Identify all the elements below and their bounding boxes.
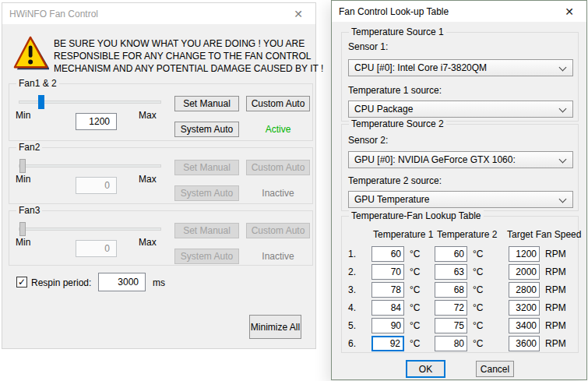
- custom-auto-button: Custom Auto: [246, 160, 310, 175]
- temp2-input[interactable]: [435, 246, 467, 262]
- temp2-source-label: Temperature 2 source:: [348, 175, 442, 186]
- column-header-fan-speed: Target Fan Speed: [507, 229, 581, 240]
- celsius-unit: °C: [473, 302, 483, 313]
- celsius-unit: °C: [410, 320, 420, 331]
- titlebar[interactable]: HWiNFO Fan Control ✕: [2, 3, 315, 24]
- system-auto-button[interactable]: System Auto: [174, 122, 239, 137]
- temp1-input[interactable]: [371, 264, 404, 280]
- temp2-input[interactable]: [435, 264, 467, 280]
- celsius-unit: °C: [473, 266, 483, 277]
- warning-text: BE SURE YOU KNOW WHAT YOU ARE DOING ! YO…: [54, 37, 326, 75]
- lookup-table-window: Fan Control Look-up Table ✕ Temperature …: [331, 0, 587, 380]
- rpm-unit: RPM: [545, 338, 566, 349]
- fan1-2-slider[interactable]: [19, 101, 161, 104]
- sensor2-value: GPU [#0]: NVIDIA GeForce GTX 1060:: [354, 154, 516, 165]
- max-label: Max: [139, 237, 157, 248]
- celsius-unit: °C: [410, 249, 420, 259]
- set-manual-button[interactable]: Set Manual: [174, 96, 239, 111]
- row-number: 3.: [348, 284, 356, 295]
- celsius-unit: °C: [473, 284, 483, 295]
- fan-speed-input[interactable]: [509, 336, 540, 351]
- slider-thumb[interactable]: [38, 95, 44, 109]
- fan2-slider: [19, 164, 161, 168]
- max-label: Max: [139, 110, 157, 121]
- row-number: 4.: [348, 302, 356, 313]
- respin-period-input[interactable]: [98, 273, 146, 291]
- window-title: HWiNFO Fan Control: [9, 9, 98, 19]
- temp2-input[interactable]: [435, 300, 467, 316]
- fan1-2-speed-input[interactable]: [76, 113, 117, 130]
- chevron-down-icon: [559, 64, 567, 72]
- fan-speed-input[interactable]: [509, 318, 540, 333]
- respin-unit: ms: [153, 277, 165, 288]
- group-label: Fan3: [16, 205, 42, 216]
- fan3-speed-input: [76, 240, 117, 257]
- fan-speed-input[interactable]: [509, 300, 540, 316]
- respin-label: Respin period:: [31, 277, 91, 288]
- celsius-unit: °C: [410, 266, 420, 277]
- set-manual-button: Set Manual: [174, 160, 239, 175]
- temp1-source-dropdown[interactable]: CPU Package: [348, 101, 573, 118]
- min-label: Min: [16, 110, 30, 121]
- temp2-input[interactable]: [435, 318, 467, 333]
- warning-icon: [13, 36, 49, 72]
- titlebar[interactable]: Fan Control Look-up Table ✕: [332, 1, 586, 22]
- celsius-unit: °C: [473, 320, 483, 331]
- sensor1-dropdown[interactable]: CPU [#0]: Intel Core i7-3820QM: [348, 59, 573, 76]
- table-row: 3. °C °C RPM: [342, 282, 578, 298]
- temp1-source-label: Temperature 1 source:: [348, 85, 442, 96]
- cancel-button[interactable]: Cancel: [476, 361, 514, 377]
- fan-status: Active: [246, 124, 310, 135]
- system-auto-button: System Auto: [174, 185, 239, 201]
- celsius-unit: °C: [410, 284, 420, 295]
- slider-thumb: [19, 159, 26, 173]
- temp2-source-dropdown[interactable]: GPU Temperature: [348, 191, 573, 208]
- ok-button[interactable]: OK: [406, 360, 445, 378]
- row-number: 5.: [348, 320, 356, 331]
- chevron-down-icon: [559, 196, 567, 203]
- fan2-speed-input: [76, 177, 117, 194]
- sensor1-label: Sensor 1:: [348, 41, 388, 52]
- chevron-down-icon: [559, 156, 567, 164]
- rpm-unit: RPM: [545, 249, 566, 259]
- table-row: 5. °C °C RPM: [342, 318, 578, 333]
- group-label: Temperature Source 2: [349, 118, 446, 129]
- close-icon[interactable]: ✕: [281, 3, 315, 24]
- system-auto-button: System Auto: [174, 249, 239, 264]
- column-header-temp1: Temperature 1: [373, 229, 433, 240]
- sensor2-label: Sensor 2:: [348, 135, 388, 146]
- set-manual-button: Set Manual: [174, 223, 239, 238]
- lookup-rows: 1. °C °C RPM 2. °C °C RPM 3. °C: [342, 246, 578, 354]
- temp2-source-value: GPU Temperature: [354, 194, 430, 205]
- respin-checkbox[interactable]: ✓: [16, 277, 27, 288]
- fan-speed-input[interactable]: [509, 264, 540, 280]
- temp2-input[interactable]: [435, 336, 467, 351]
- slider-thumb: [19, 222, 26, 236]
- table-row: 4. °C °C RPM: [342, 300, 578, 316]
- table-row: 6. °C °C RPM: [342, 336, 578, 351]
- sensor2-dropdown[interactable]: GPU [#0]: NVIDIA GeForce GTX 1060:: [348, 151, 573, 168]
- fan-speed-input[interactable]: [509, 246, 540, 262]
- column-header-temp2: Temperature 2: [437, 229, 497, 240]
- custom-auto-button: Custom Auto: [246, 223, 310, 238]
- group-label: Fan2: [16, 142, 42, 153]
- row-number: 1.: [348, 249, 356, 259]
- custom-auto-button[interactable]: Custom Auto: [246, 96, 310, 111]
- close-icon[interactable]: ✕: [552, 1, 586, 22]
- fan-control-window: HWiNFO Fan Control ✕ BE SURE YOU KNOW WH…: [2, 2, 316, 349]
- minimize-all-button[interactable]: Minimize All: [249, 315, 301, 339]
- temp1-input[interactable]: [371, 282, 404, 298]
- fan3-group: Fan3 Min Max Set Manual Custom Auto Syst…: [9, 210, 313, 266]
- temp1-input[interactable]: [371, 318, 404, 333]
- min-label: Min: [16, 174, 30, 185]
- temp1-input[interactable]: [371, 246, 404, 262]
- temp1-input[interactable]: [371, 300, 404, 316]
- temp1-input-focused[interactable]: [371, 336, 404, 351]
- group-label: Temperature-Fan Lookup Table: [349, 210, 484, 221]
- group-label: Fan1 & 2: [16, 78, 59, 89]
- temp2-input[interactable]: [435, 282, 467, 298]
- fan1-2-group: Fan1 & 2 Min Max Set Manual Custom Auto …: [9, 83, 313, 141]
- fan-speed-input[interactable]: [509, 282, 540, 298]
- rpm-unit: RPM: [545, 284, 566, 295]
- min-label: Min: [16, 237, 30, 248]
